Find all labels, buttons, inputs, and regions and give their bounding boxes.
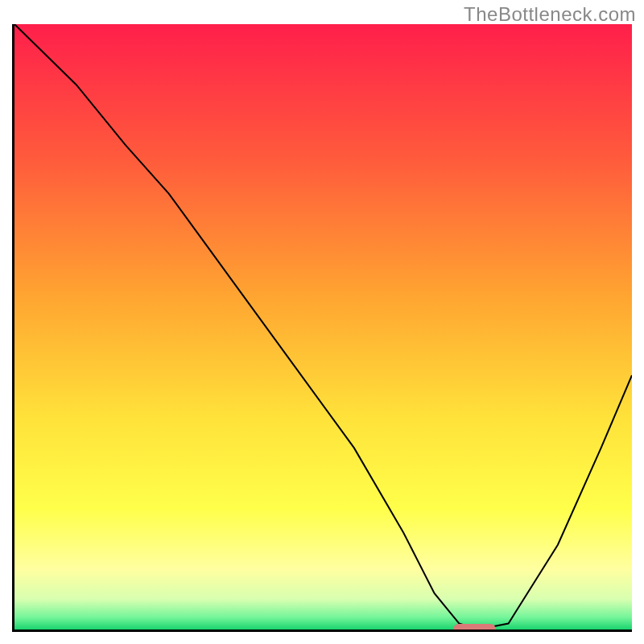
watermark-text: TheBottleneck.com <box>464 3 636 26</box>
optimal-range-marker <box>453 624 497 630</box>
chart-frame: TheBottleneck.com <box>0 0 644 644</box>
plot-inner <box>14 24 632 630</box>
gradient-background <box>14 24 632 630</box>
plot-svg <box>14 24 632 630</box>
plot-area <box>12 24 632 632</box>
